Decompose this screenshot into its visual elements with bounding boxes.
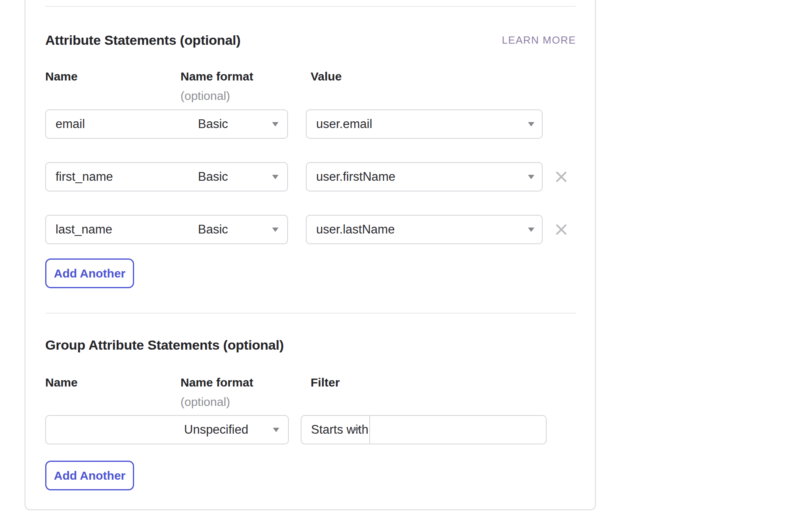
attribute-value-input[interactable] xyxy=(307,110,520,138)
learn-more-link[interactable]: LEARN MORE xyxy=(502,34,576,46)
name-format-optional-note: (optional) xyxy=(180,90,230,102)
column-header-filter: Filter xyxy=(311,376,340,389)
name-format-optional-note-row: (optional) xyxy=(45,396,576,408)
name-format-selected-value: Basic xyxy=(198,222,228,237)
name-format-optional-note-row: (optional) xyxy=(45,90,576,102)
top-divider xyxy=(45,6,576,7)
attribute-name-input[interactable] xyxy=(46,110,188,138)
settings-card: Attribute Statements (optional) LEARN MO… xyxy=(25,0,596,510)
value-combo-group xyxy=(306,215,543,244)
name-format-selected-value: Basic xyxy=(198,170,228,184)
filter-type-select[interactable]: Starts with xyxy=(301,416,370,444)
chevron-down-icon xyxy=(272,122,278,126)
attribute-name-input[interactable] xyxy=(46,216,188,243)
attribute-column-headers: Name Name format Value xyxy=(45,70,576,83)
remove-row-button[interactable] xyxy=(555,170,568,184)
chevron-down-icon xyxy=(272,175,278,179)
value-dropdown-button[interactable] xyxy=(520,216,542,243)
add-another-attribute-button[interactable]: Add Another xyxy=(45,258,134,288)
filter-group: Starts with xyxy=(301,415,547,444)
chevron-down-icon xyxy=(272,228,278,232)
group-name-and-format-group: Unspecified xyxy=(45,415,289,444)
attribute-value-input[interactable] xyxy=(307,216,520,243)
group-attribute-name-input[interactable] xyxy=(46,416,175,444)
name-format-select[interactable]: Basic xyxy=(188,110,287,138)
value-dropdown-button[interactable] xyxy=(520,163,542,191)
name-and-format-group: Basic xyxy=(45,109,288,139)
value-combo-group xyxy=(306,162,543,191)
chevron-down-icon xyxy=(528,228,534,232)
name-format-select[interactable]: Basic xyxy=(188,216,287,243)
attribute-statements-title: Attribute Statements (optional) xyxy=(45,33,240,47)
group-name-format-select[interactable]: Unspecified xyxy=(175,416,288,444)
attribute-name-input[interactable] xyxy=(46,163,188,191)
add-another-group-attribute-button[interactable]: Add Another xyxy=(45,461,134,490)
column-header-value: Value xyxy=(311,70,342,83)
name-and-format-group: Basic xyxy=(45,162,288,191)
column-header-name: Name xyxy=(45,376,78,389)
column-header-name: Name xyxy=(45,70,78,83)
name-format-optional-note: (optional) xyxy=(180,396,230,408)
value-combo-group xyxy=(306,109,543,139)
chevron-down-icon xyxy=(353,428,360,432)
attribute-row: Basic xyxy=(45,162,576,191)
filter-type-selected-value: Starts with xyxy=(311,423,369,437)
close-icon xyxy=(555,224,567,235)
name-format-selected-value: Basic xyxy=(198,117,228,131)
chevron-down-icon xyxy=(528,175,534,179)
name-format-select[interactable]: Basic xyxy=(188,163,287,191)
column-header-name-format: Name format xyxy=(180,70,253,83)
close-icon xyxy=(555,171,567,183)
attribute-value-input[interactable] xyxy=(307,163,520,191)
group-name-format-selected-value: Unspecified xyxy=(184,423,248,437)
chevron-down-icon xyxy=(273,428,279,432)
chevron-down-icon xyxy=(528,122,534,126)
group-column-headers: Name Name format Filter xyxy=(45,376,576,389)
value-dropdown-button[interactable] xyxy=(520,110,542,138)
name-and-format-group: Basic xyxy=(45,215,288,244)
group-attribute-statements-header: Group Attribute Statements (optional) xyxy=(45,338,576,352)
group-attribute-statements-title: Group Attribute Statements (optional) xyxy=(45,338,284,352)
filter-value-input[interactable] xyxy=(370,416,546,444)
section-divider xyxy=(45,313,576,314)
column-header-name-format: Name format xyxy=(180,376,253,389)
attribute-row: Basic xyxy=(45,109,576,139)
attribute-statements-header: Attribute Statements (optional) LEARN MO… xyxy=(45,33,576,47)
remove-row-button[interactable] xyxy=(555,223,568,236)
group-attribute-row: Unspecified Starts with xyxy=(45,415,576,444)
attribute-row: Basic xyxy=(45,215,576,244)
